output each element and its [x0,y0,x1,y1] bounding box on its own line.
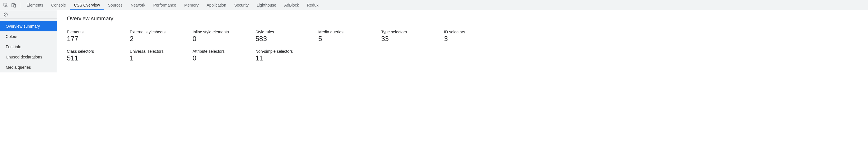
svg-line-4 [5,13,7,16]
sidebar-item-colors[interactable]: Colors [0,31,57,42]
stat-label: Type selectors [381,30,433,34]
stat-type-selectors: Type selectors33 [381,30,433,43]
stat-label: Class selectors [67,49,118,53]
sidebar-item-label: Font info [6,44,21,49]
stat-value: 1 [130,54,181,62]
tab-label: Security [234,3,249,7]
stat-class-selectors: Class selectors511 [67,49,118,62]
tab-css-overview[interactable]: CSS Overview [70,0,104,10]
tab-label: Performance [153,3,176,7]
tab-console[interactable]: Console [47,0,70,10]
tab-network[interactable]: Network [127,0,149,10]
tab-label: Application [207,3,226,7]
stat-value: 0 [193,35,244,43]
tab-lighthouse[interactable]: Lighthouse [253,0,280,10]
tab-adblock[interactable]: AdBlock [280,0,303,10]
sidebar-item-media-queries[interactable]: Media queries [0,62,57,72]
sidebar-item-unused-declarations[interactable]: Unused declarations [0,52,57,62]
tab-sources[interactable]: Sources [104,0,127,10]
stat-non-simple-selectors: Non-simple selectors11 [255,49,307,62]
inspect-icon[interactable] [2,1,10,9]
page-title: Overview summary [67,15,858,22]
sidebar-item-font-info[interactable]: Font info [0,42,57,52]
sidebar-item-label: Overview summary [6,24,40,29]
tab-memory[interactable]: Memory [180,0,203,10]
device-toolbar-icon[interactable] [10,1,18,9]
stat-label: Attribute selectors [193,49,244,53]
stat-elements: Elements177 [67,30,118,43]
main-area: Overview summaryColorsFont infoUnused de… [0,10,868,72]
tab-elements[interactable]: Elements [23,0,47,10]
secondary-toolbar [0,10,57,19]
stat-label: Universal selectors [130,49,181,53]
divider [20,3,20,8]
stat-label: Media queries [318,30,370,34]
stat-value: 11 [255,54,307,62]
stat-label: Inline style elements [193,30,244,34]
sidebar-item-label: Colors [6,34,17,39]
tab-performance[interactable]: Performance [149,0,180,10]
tab-label: Network [131,3,145,7]
stat-universal-selectors: Universal selectors1 [130,49,181,62]
tab-label: Redux [307,3,318,7]
stat-id-selectors: ID selectors3 [444,30,495,43]
stat-label: ID selectors [444,30,495,34]
stat-value: 177 [67,35,118,43]
stat-media-queries: Media queries5 [318,30,370,43]
stats-grid: Elements177External stylesheets2Inline s… [67,30,495,62]
stat-style-rules: Style rules583 [255,30,307,43]
stat-label: Elements [67,30,118,34]
sidebar-item-label: Unused declarations [6,55,42,59]
stat-value: 33 [381,35,433,43]
stat-label: Non-simple selectors [255,49,307,53]
tab-label: CSS Overview [74,3,100,7]
svg-rect-2 [14,4,16,7]
tab-label: Elements [27,3,43,7]
stat-label: Style rules [255,30,307,34]
tab-label: Console [51,3,66,7]
stat-value: 0 [193,54,244,62]
stat-inline-style-elements: Inline style elements0 [193,30,244,43]
stat-value: 3 [444,35,495,43]
tab-label: Memory [184,3,199,7]
stat-label: External stylesheets [130,30,181,34]
sidebar-item-overview-summary[interactable]: Overview summary [0,21,57,31]
tab-redux[interactable]: Redux [303,0,322,10]
stat-value: 583 [255,35,307,43]
tab-label: Sources [108,3,123,7]
stat-value: 5 [318,35,370,43]
devtools-tab-bar: ElementsConsoleCSS OverviewSourcesNetwor… [0,0,868,10]
tab-security[interactable]: Security [230,0,253,10]
stat-external-stylesheets: External stylesheets2 [130,30,181,43]
clear-icon[interactable] [2,10,10,18]
left-column: Overview summaryColorsFont infoUnused de… [0,10,57,72]
tab-label: AdBlock [284,3,299,7]
content-column: Overview summary Elements177External sty… [57,10,868,72]
stat-attribute-selectors: Attribute selectors0 [193,49,244,62]
css-overview-sidebar: Overview summaryColorsFont infoUnused de… [0,19,57,72]
tab-label: Lighthouse [256,3,276,7]
stat-value: 2 [130,35,181,43]
stat-value: 511 [67,54,118,62]
overview-content: Overview summary Elements177External sty… [57,10,868,72]
sidebar-item-label: Media queries [6,65,31,70]
tab-application[interactable]: Application [203,0,230,10]
